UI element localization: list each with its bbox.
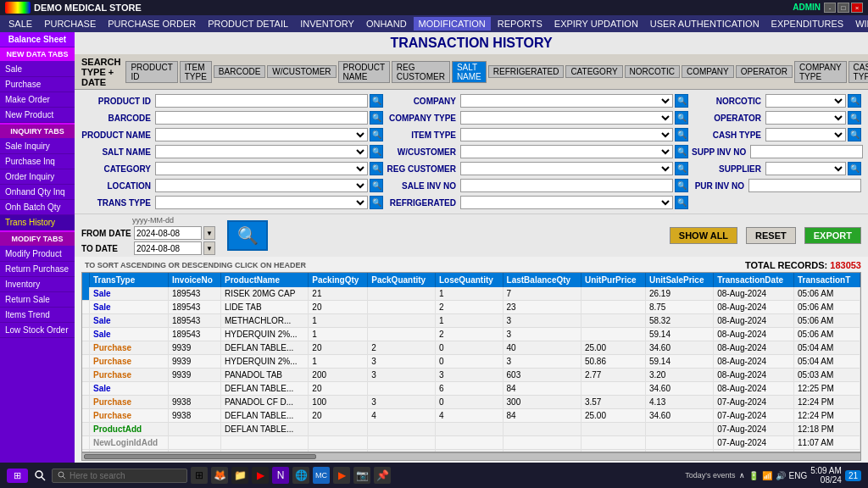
search-product-name-btn[interactable]: 🔍 bbox=[370, 128, 383, 141]
input-sale-inv-no[interactable] bbox=[460, 179, 673, 192]
menu-reports[interactable]: REPORTS bbox=[492, 17, 548, 30]
menu-expenditures[interactable]: EXPENDITURES bbox=[766, 17, 849, 30]
select-category[interactable] bbox=[155, 162, 368, 175]
table-row[interactable]: Purchase 9939 HYDERQUIN 2%... 1 3 0 3 50… bbox=[82, 355, 860, 369]
today-events[interactable]: Today's events bbox=[685, 471, 735, 480]
search-tag-barcode[interactable]: BARCODE bbox=[214, 65, 265, 78]
search-w-customer-btn[interactable]: 🔍 bbox=[675, 145, 688, 158]
sidebar-item-low-stock[interactable]: Low Stock Order bbox=[0, 323, 75, 338]
horizontal-scrollbar[interactable] bbox=[81, 452, 861, 461]
menu-inventory[interactable]: INVENTORY bbox=[295, 17, 359, 30]
input-barcode[interactable] bbox=[155, 111, 368, 125]
menu-onhand[interactable]: ONHAND bbox=[361, 17, 412, 30]
search-tag-item-type[interactable]: ITEM TYPE bbox=[180, 61, 212, 83]
select-w-customer[interactable] bbox=[460, 145, 673, 158]
taskbar-search-input[interactable] bbox=[70, 471, 171, 480]
search-product-id-btn[interactable]: 🔍 bbox=[370, 94, 383, 108]
from-date-cal-btn[interactable]: ▼ bbox=[203, 226, 215, 240]
col-trans-date[interactable]: TransactionDate bbox=[714, 273, 794, 287]
search-tag-product-name[interactable]: PRODUCT NAME bbox=[338, 61, 390, 83]
menu-expiry[interactable]: EXPIRY UPDATION bbox=[549, 17, 643, 30]
search-category-btn[interactable]: 🔍 bbox=[370, 162, 383, 175]
table-row[interactable]: Sale 189543 LIDE TAB 20 2 23 8.75 08-Aug… bbox=[82, 301, 860, 314]
sidebar-item-purchase[interactable]: Purchase bbox=[0, 77, 75, 92]
show-all-button[interactable]: SHOW ALL bbox=[670, 227, 737, 244]
taskbar-icon-4[interactable]: ▶ bbox=[252, 467, 269, 484]
sidebar-item-onh-batch[interactable]: Onh Batch Qty bbox=[0, 200, 75, 215]
table-row[interactable]: Purchase 9938 DEFLAN TABLE... 20 4 4 84 … bbox=[82, 409, 860, 423]
col-indicator[interactable] bbox=[82, 273, 90, 287]
table-row[interactable]: Purchase 9939 PANADOL TAB 200 3 3 603 2.… bbox=[82, 369, 860, 382]
col-product-name[interactable]: ProductName bbox=[221, 273, 309, 287]
scrollbar-thumb[interactable] bbox=[84, 454, 316, 459]
search-tag-company-type[interactable]: COMPANY TYPE bbox=[794, 61, 847, 83]
sidebar-item-sale[interactable]: Sale bbox=[0, 62, 75, 77]
select-company[interactable] bbox=[460, 94, 673, 108]
select-salt-name[interactable] bbox=[155, 145, 368, 158]
select-cash-type[interactable] bbox=[765, 128, 846, 141]
sidebar-item-purchase-inq[interactable]: Purchase Inq bbox=[0, 154, 75, 169]
search-sale-inv-btn[interactable]: 🔍 bbox=[675, 179, 688, 192]
sidebar-item-trans-history[interactable]: Trans History bbox=[0, 215, 75, 230]
search-tag-w-customer[interactable]: W/CUSTOMER bbox=[267, 65, 336, 78]
table-row[interactable]: Sale 189543 RISEK 20MG CAP 21 1 7 26.19 … bbox=[82, 287, 860, 301]
sidebar-item-items-trend[interactable]: Items Trend bbox=[0, 308, 75, 323]
taskbar-icon-2[interactable]: 🦊 bbox=[211, 467, 228, 484]
export-button[interactable]: EXPORT bbox=[804, 227, 861, 244]
close-button[interactable]: × bbox=[851, 3, 863, 13]
taskbar-icon-3[interactable]: 📁 bbox=[231, 467, 248, 484]
table-row[interactable]: Sale 189543 METHACHLOR... 1 1 3 58.32 08… bbox=[82, 314, 860, 328]
table-container[interactable]: TransType InvoiceNo ProductName PackingQ… bbox=[81, 272, 861, 452]
search-tag-refrigerated[interactable]: REFRIGERATED bbox=[488, 65, 565, 78]
sidebar-item-modify-product[interactable]: Modify Product bbox=[0, 247, 75, 262]
input-pur-inv-no[interactable] bbox=[748, 179, 861, 192]
menu-product-detail[interactable]: PRODUCT DETAIL bbox=[203, 17, 293, 30]
menu-windows[interactable]: WINDOWS bbox=[850, 17, 868, 30]
select-refrigerated[interactable] bbox=[460, 196, 673, 209]
search-tag-salt-name[interactable]: SALT NAME bbox=[452, 61, 487, 83]
taskbar-icon-6[interactable]: 🌐 bbox=[292, 467, 309, 484]
taskbar-search-box[interactable] bbox=[52, 469, 187, 483]
search-company-type-btn[interactable]: 🔍 bbox=[675, 111, 688, 125]
table-row[interactable]: ProductAdd DEFLAN TABLE... 07-Aug-2024 1… bbox=[82, 423, 860, 436]
start-button[interactable]: ⊞ bbox=[7, 469, 28, 483]
table-row[interactable]: Purchase 9938 PANADOL CF D... 100 3 0 30… bbox=[82, 396, 860, 409]
select-location[interactable] bbox=[155, 179, 368, 192]
select-norcotic[interactable] bbox=[765, 94, 846, 108]
select-supplier[interactable] bbox=[765, 162, 846, 175]
select-item-type[interactable] bbox=[460, 128, 673, 141]
col-lose-qty[interactable]: LoseQuantity bbox=[435, 273, 503, 287]
col-last-bal[interactable]: LastBalanceQty bbox=[503, 273, 581, 287]
select-product-name[interactable] bbox=[155, 128, 368, 141]
search-location-btn[interactable]: 🔍 bbox=[370, 179, 383, 192]
menu-sale[interactable]: SALE bbox=[3, 17, 37, 30]
input-product-id[interactable] bbox=[155, 94, 368, 108]
select-company-type[interactable] bbox=[460, 111, 673, 125]
sidebar-item-inventory[interactable]: Inventory bbox=[0, 277, 75, 292]
tray-up-icon[interactable]: ∧ bbox=[739, 471, 745, 480]
from-date-input[interactable] bbox=[134, 226, 202, 240]
table-row[interactable]: Purchase 9939 DEFLAN TABLE... 20 2 0 40 … bbox=[82, 341, 860, 355]
sidebar-item-return-sale[interactable]: Return Sale bbox=[0, 292, 75, 308]
search-refrigerated-btn[interactable]: 🔍 bbox=[675, 196, 688, 209]
search-supplier-btn[interactable]: 🔍 bbox=[848, 162, 861, 175]
notification-badge[interactable]: 21 bbox=[845, 470, 861, 481]
col-pack-qty[interactable]: PackQuantity bbox=[368, 273, 436, 287]
search-company-btn[interactable]: 🔍 bbox=[675, 94, 688, 108]
maximize-button[interactable]: □ bbox=[837, 3, 849, 13]
search-item-type-btn[interactable]: 🔍 bbox=[675, 128, 688, 141]
search-tag-product-id[interactable]: PRODUCT ID bbox=[125, 61, 177, 83]
to-date-input[interactable] bbox=[134, 241, 202, 255]
table-row[interactable]: Sale 189543 HYDERQUIN 2%... 1 2 3 59.14 … bbox=[82, 328, 860, 341]
sidebar-item-make-order[interactable]: Make Order bbox=[0, 92, 75, 108]
to-date-cal-btn[interactable]: ▼ bbox=[203, 241, 215, 255]
col-packing-qty[interactable]: PackingQty bbox=[309, 273, 368, 287]
sidebar-item-sale-inquiry[interactable]: Sale Inquiry bbox=[0, 139, 75, 154]
select-reg-customer[interactable] bbox=[460, 162, 673, 175]
sidebar-item-order-inquiry[interactable]: Order Inquiry bbox=[0, 169, 75, 185]
sidebar-item-return-purchase[interactable]: Return Purchase bbox=[0, 262, 75, 277]
big-search-button[interactable]: 🔍 bbox=[227, 220, 268, 251]
search-tag-category[interactable]: CATEGORY bbox=[565, 65, 622, 78]
input-supp-inv-no[interactable] bbox=[750, 145, 863, 158]
search-operator-btn[interactable]: 🔍 bbox=[848, 111, 861, 125]
